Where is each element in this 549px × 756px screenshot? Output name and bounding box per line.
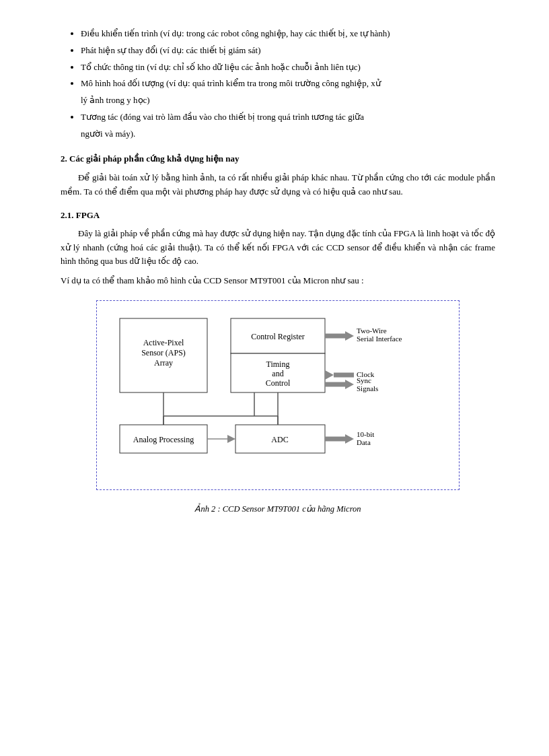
section21-paragraph: Đây là giải pháp về phần cứng mà hay đượ…	[61, 227, 495, 269]
svg-text:Timing: Timing	[266, 359, 290, 369]
svg-text:Control Register: Control Register	[251, 332, 305, 341]
svg-text:ADC: ADC	[271, 435, 288, 444]
diagram-caption: Ảnh 2 : CCD Sensor MT9T001 của hãng Micr…	[61, 502, 495, 516]
svg-marker-18	[227, 435, 235, 443]
svg-text:Control: Control	[266, 378, 291, 388]
svg-text:Data: Data	[357, 438, 371, 446]
list-item: người và máy).	[81, 127, 495, 141]
svg-text:Serial Interface: Serial Interface	[357, 335, 402, 343]
svg-marker-34	[345, 434, 354, 444]
svg-marker-30	[345, 380, 354, 389]
svg-text:Sync: Sync	[357, 376, 371, 384]
ccd-sensor-diagram: Active-Pixel Sensor (APS) Array Control …	[96, 300, 460, 490]
intro-example: Ví dụ ta có thể tham khảo mô hình của CC…	[61, 274, 495, 288]
list-item: Tổ chức thông tin (ví dụ: chỉ số kho dữ …	[81, 61, 495, 75]
list-item: Mô hình hoá đối tượng (ví dụ: quá trình …	[81, 77, 495, 91]
svg-text:and: and	[272, 369, 283, 378]
list-item: lý ảnh trong y học)	[81, 94, 495, 108]
svg-text:Two-Wire: Two-Wire	[357, 327, 387, 335]
svg-text:Active-Pixel: Active-Pixel	[143, 338, 184, 347]
section2-paragraph: Để giải bài toán xử lý bằng hình ảnh, ta…	[61, 171, 495, 199]
list-item: Phát hiện sự thay đổi (ví dụ: các thiết …	[81, 44, 495, 58]
section2-title: 2. Các giải pháp phần cứng khả dụng hiện…	[61, 152, 495, 166]
svg-text:Analog Processing: Analog Processing	[133, 435, 194, 444]
section21-title: 2.1. FPGA	[61, 209, 495, 223]
list-item: Tương tác (đóng vai trò làm đầu vào cho …	[81, 110, 495, 125]
diagram-svg: Active-Pixel Sensor (APS) Array Control …	[113, 312, 443, 480]
svg-text:Sensor (APS): Sensor (APS)	[141, 348, 186, 357]
svg-marker-26	[325, 370, 334, 380]
svg-text:Array: Array	[154, 358, 173, 368]
svg-marker-23	[345, 331, 354, 341]
svg-text:10-bit: 10-bit	[357, 430, 374, 438]
bullet-list: Điều khiển tiến trình (ví dụ: trong các …	[81, 27, 495, 141]
list-item: Điều khiển tiến trình (ví dụ: trong các …	[81, 27, 495, 41]
svg-text:Signals: Signals	[357, 384, 378, 392]
